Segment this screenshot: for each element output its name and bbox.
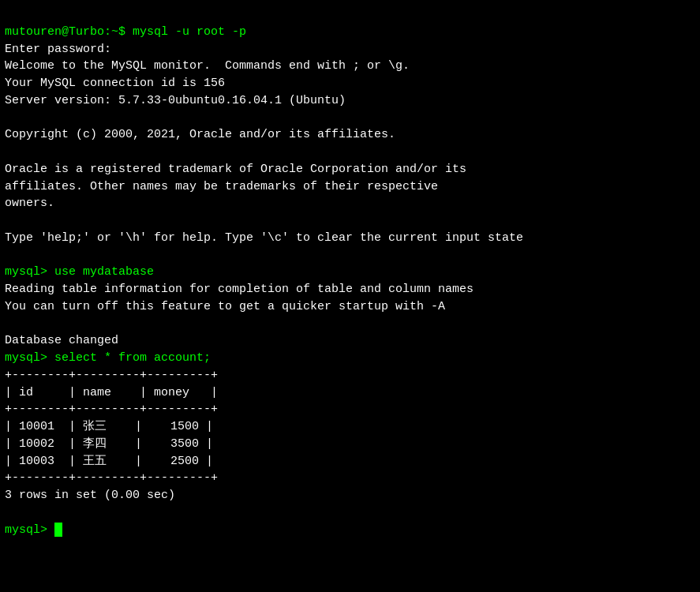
terminal-line: You can turn off this feature to get a q… [5, 298, 695, 316]
terminal-window[interactable]: mutouren@Turbo:~$ mysql -u root -pEnter … [0, 0, 700, 592]
terminal-line: 3 rows in set (0.00 sec) [5, 487, 695, 504]
terminal-cursor [54, 523, 62, 537]
terminal-line: affiliates. Other names may be trademark… [5, 178, 695, 196]
terminal-line: Reading table information for completion… [5, 281, 695, 298]
terminal-line [5, 247, 695, 264]
terminal-line: mysql> [5, 522, 695, 539]
terminal-line: mysql> select * from account; [5, 350, 695, 367]
terminal-line: Copyright (c) 2000, 2021, Oracle and/or … [5, 126, 695, 144]
terminal-line: Welcome to the MySQL monitor. Commands e… [5, 58, 695, 75]
terminal-line: | id | name | money | [5, 384, 695, 402]
terminal-line: owners. [5, 195, 695, 212]
terminal-line [5, 212, 695, 230]
terminal-line: | 10002 | 李四 | 3500 | [5, 436, 695, 453]
terminal-line: +--------+---------+---------+ [5, 367, 695, 384]
terminal-line: +--------+---------+---------+ [5, 470, 695, 487]
terminal-line: | 10003 | 王五 | 2500 | [5, 453, 695, 470]
terminal-line: | 10001 | 张三 | 1500 | [5, 418, 695, 436]
terminal-line [5, 110, 695, 127]
terminal-line: Your MySQL connection id is 156 [5, 75, 695, 92]
terminal-line: Server version: 5.7.33-0ubuntu0.16.04.1 … [5, 92, 695, 110]
terminal-line: mysql> use mydatabase [5, 264, 695, 281]
terminal-line: mutouren@Turbo:~$ mysql -u root -p [5, 24, 695, 41]
terminal-line: Type 'help;' or '\h' for help. Type '\c'… [5, 230, 695, 247]
terminal-line [5, 144, 695, 161]
terminal-line: Oracle is a registered trademark of Orac… [5, 161, 695, 178]
terminal-line: +--------+---------+---------+ [5, 401, 695, 418]
terminal-line: Enter password: [5, 41, 695, 58]
terminal-line [5, 504, 695, 522]
terminal-line: Database changed [5, 332, 695, 350]
terminal-line [5, 316, 695, 333]
